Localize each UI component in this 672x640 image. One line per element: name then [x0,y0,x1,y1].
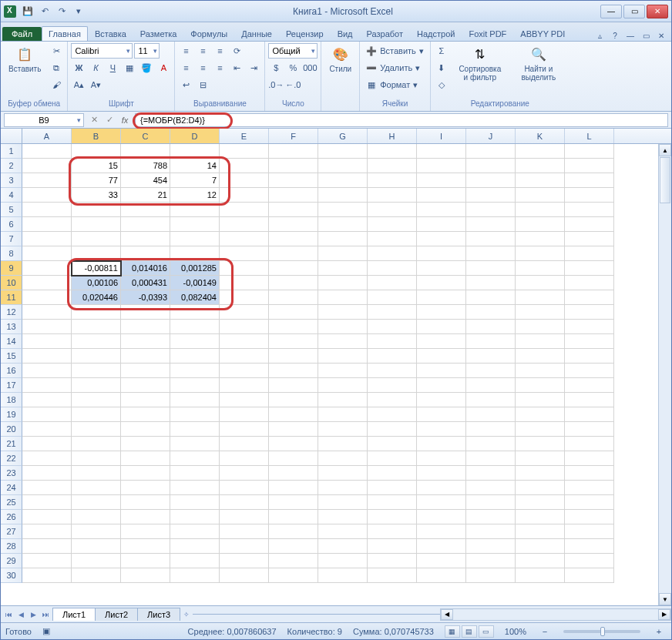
cell-C18[interactable] [121,393,170,407]
orientation-button[interactable]: ⟳ [229,43,244,59]
cell-J8[interactable] [466,246,516,261]
delete-cells-button[interactable]: ➖Удалить▾ [363,60,427,75]
cell-I18[interactable] [417,393,466,407]
cell-F20[interactable] [269,422,318,437]
cell-G19[interactable] [318,407,368,422]
column-header-E[interactable]: E [220,129,269,143]
cell-A3[interactable] [22,173,72,188]
cell-K8[interactable] [516,246,565,261]
row-header-3[interactable]: 3 [1,173,22,188]
cell-C29[interactable] [121,554,170,568]
cell-H18[interactable] [368,393,417,407]
row-header-6[interactable]: 6 [1,217,22,232]
cell-L26[interactable] [565,510,614,524]
cell-E19[interactable] [220,407,269,422]
tab-layout[interactable]: Разметка [133,26,184,41]
format-cells-button[interactable]: ▦Формат▾ [363,77,427,92]
cell-A27[interactable] [22,524,72,539]
cell-K20[interactable] [516,422,565,437]
align-middle-button[interactable]: ≡ [195,43,210,59]
redo-button[interactable]: ↷ [55,5,69,18]
cell-H2[interactable] [368,159,417,173]
cell-D17[interactable] [170,378,220,393]
cell-A1[interactable] [22,144,72,159]
cell-K3[interactable] [516,173,565,188]
cell-D13[interactable] [170,320,220,334]
cell-A22[interactable] [22,451,72,466]
cell-C22[interactable] [121,451,170,466]
cell-F22[interactable] [269,451,318,466]
cell-I3[interactable] [417,173,466,188]
sort-filter-button[interactable]: ⇅ Сортировка и фильтр [452,43,508,83]
row-header-19[interactable]: 19 [1,407,22,422]
column-header-F[interactable]: F [269,129,318,143]
cell-L7[interactable] [565,232,614,246]
cell-C17[interactable] [121,378,170,393]
cell-K17[interactable] [516,378,565,393]
cell-J4[interactable] [466,188,516,203]
cell-G25[interactable] [318,495,368,510]
wrap-text-button[interactable]: ↩ [178,77,193,92]
cell-J22[interactable] [466,451,516,466]
cell-E5[interactable] [220,203,269,217]
cell-E20[interactable] [220,422,269,437]
cell-F17[interactable] [269,378,318,393]
cell-F4[interactable] [269,188,318,203]
cell-C28[interactable] [121,539,170,554]
column-header-K[interactable]: K [516,129,565,143]
cell-H26[interactable] [368,510,417,524]
scroll-up-button[interactable]: ▲ [659,144,671,156]
cell-F11[interactable] [269,290,318,305]
cell-L10[interactable] [565,276,614,290]
cell-B18[interactable] [72,393,121,407]
cell-J27[interactable] [466,524,516,539]
cell-E13[interactable] [220,320,269,334]
cell-E15[interactable] [220,349,269,364]
cell-F6[interactable] [269,217,318,232]
align-bottom-button[interactable]: ≡ [212,43,227,59]
cell-A23[interactable] [22,466,72,481]
cell-K18[interactable] [516,393,565,407]
styles-button[interactable]: 🎨 Стили [324,43,356,75]
cell-H29[interactable] [368,554,417,568]
cell-G7[interactable] [318,232,368,246]
cell-G13[interactable] [318,320,368,334]
cell-L15[interactable] [565,349,614,364]
zoom-slider[interactable] [563,630,640,633]
cell-E11[interactable] [220,290,269,305]
italic-button[interactable]: К [88,60,103,75]
cell-J13[interactable] [466,320,516,334]
column-header-D[interactable]: D [170,129,220,143]
cell-K6[interactable] [516,217,565,232]
find-select-button[interactable]: 🔍 Найти и выделить [511,43,566,83]
cell-A9[interactable] [22,261,72,276]
cell-B16[interactable] [72,364,121,378]
cell-I11[interactable] [417,290,466,305]
doc-close-icon[interactable]: ✕ [656,30,667,41]
format-painter-button[interactable]: 🖌 [49,77,64,92]
cell-C1[interactable] [121,144,170,159]
cell-D23[interactable] [170,466,220,481]
cell-E3[interactable] [220,173,269,188]
cell-D11[interactable]: 0,082404 [170,290,220,305]
align-left-button[interactable]: ≡ [178,60,193,75]
cell-C21[interactable] [121,437,170,451]
cell-A12[interactable] [22,305,72,320]
cell-J25[interactable] [466,495,516,510]
cell-B2[interactable]: 15 [72,159,121,173]
cell-D27[interactable] [170,524,220,539]
row-header-22[interactable]: 22 [1,451,22,466]
cell-E18[interactable] [220,393,269,407]
cell-G5[interactable] [318,203,368,217]
cell-A25[interactable] [22,495,72,510]
cell-B12[interactable] [72,305,121,320]
cell-L13[interactable] [565,320,614,334]
cell-C11[interactable]: -0,0393 [121,290,170,305]
cell-F27[interactable] [269,524,318,539]
cell-A24[interactable] [22,481,72,495]
cell-E4[interactable] [220,188,269,203]
cell-J12[interactable] [466,305,516,320]
copy-button[interactable]: ⧉ [49,60,64,75]
row-header-29[interactable]: 29 [1,554,22,568]
scroll-thumb[interactable] [660,157,670,203]
